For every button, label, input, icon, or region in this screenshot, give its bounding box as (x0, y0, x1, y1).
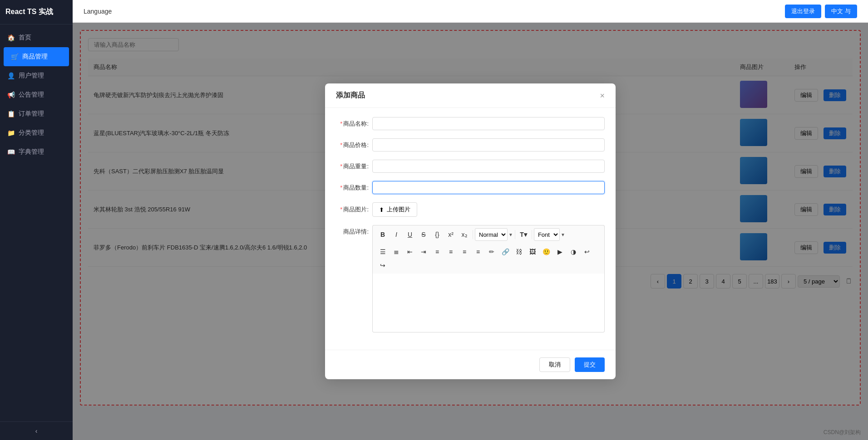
qty-label: *商品数量: (336, 184, 372, 192)
modal-overlay: 添加商品 × *商品名称: *商品价格: (73, 23, 868, 440)
form-item-name: *商品名称: (336, 117, 605, 130)
pen-button[interactable]: ✏ (485, 245, 498, 258)
user-icon: 👤 (7, 72, 15, 79)
highlight-button[interactable]: ◑ (567, 245, 580, 258)
font-dropdown-arrow: ▼ (561, 232, 565, 237)
header: Language 退出登录 中文 与 (73, 0, 868, 23)
price-label: *商品价格: (336, 141, 372, 149)
sidebar-item-label: 分类管理 (19, 129, 44, 137)
detail-label: 商品详情: (336, 225, 372, 236)
modal-header: 添加商品 × (325, 83, 616, 108)
sidebar-nav: 🏠 首页 🛒 商品管理 👤 用户管理 📢 公告管理 📋 订单管理 📁 分类管理 … (0, 24, 73, 421)
dict-icon: 📖 (7, 148, 15, 156)
editor-content-area[interactable] (372, 274, 605, 332)
emoji-button[interactable]: 🙂 (540, 245, 552, 258)
toolbar-divider2 (515, 230, 515, 239)
header-title: Language (84, 8, 112, 15)
form-item-detail: 商品详情: B I U S {} x² x₂ (336, 225, 605, 332)
italic-button[interactable]: I (390, 228, 403, 241)
weight-input[interactable] (372, 160, 605, 173)
link-button[interactable]: 🔗 (499, 245, 512, 258)
sidebar-item-label: 商品管理 (22, 53, 48, 61)
editor-toolbar-row2: ☰ ≣ ⇤ ⇥ ≡ ≡ ≡ ≡ ✏ 🔗 ⛓ � (372, 244, 605, 274)
code-button[interactable]: {} (431, 228, 444, 241)
bold-button[interactable]: B (376, 228, 389, 241)
qty-input[interactable] (372, 181, 605, 194)
modal-footer: 取消 提交 (325, 350, 616, 379)
sidebar-item-label: 用户管理 (19, 72, 44, 80)
submit-button[interactable]: 提交 (575, 357, 605, 372)
upload-icon: ⬆ (379, 206, 384, 213)
underline-button[interactable]: U (404, 228, 416, 241)
indent-increase-button[interactable]: ⇥ (417, 245, 430, 258)
sidebar: React TS 实战 🏠 首页 🛒 商品管理 👤 用户管理 📢 公告管理 📋 … (0, 0, 73, 440)
sidebar-collapse-btn[interactable]: ‹ (0, 421, 73, 440)
form-item-img: *商品图片: ⬆ 上传图片 (336, 202, 605, 217)
rich-editor: B I U S {} x² x₂ Normal (372, 225, 605, 332)
logout-button[interactable]: 退出登录 (785, 5, 821, 18)
text-color-button[interactable]: T▾ (517, 228, 530, 241)
collapse-icon: ‹ (35, 427, 38, 435)
undo-button[interactable]: ↩ (581, 245, 593, 258)
main-area: Language 退出登录 中文 与 商品名称 商品图片 操作 (73, 0, 868, 440)
category-icon: 📁 (7, 129, 15, 137)
image-button[interactable]: 🖼 (526, 245, 539, 258)
align-left-button[interactable]: ≡ (431, 245, 444, 258)
img-label: *商品图片: (336, 205, 372, 214)
list-ordered-button[interactable]: ≣ (390, 245, 403, 258)
editor-toolbar-row1: B I U S {} x² x₂ Normal (372, 225, 605, 244)
form-item-weight: *商品重量: (336, 160, 605, 173)
upload-label: 上传图片 (387, 205, 410, 214)
sidebar-item-user[interactable]: 👤 用户管理 (0, 66, 73, 85)
modal-title: 添加商品 (336, 91, 365, 100)
subscript-button[interactable]: x₂ (458, 228, 471, 241)
font-select[interactable]: Font (534, 228, 560, 241)
unlink-button[interactable]: ⛓ (513, 245, 525, 258)
sidebar-item-notice[interactable]: 📢 公告管理 (0, 85, 73, 104)
media-button[interactable]: ▶ (553, 245, 566, 258)
toolbar-divider3 (532, 230, 532, 239)
language-button[interactable]: 中文 与 (825, 5, 857, 18)
required-mark: * (340, 206, 342, 213)
required-mark: * (340, 142, 342, 148)
indent-decrease-button[interactable]: ⇤ (404, 245, 416, 258)
sidebar-item-category[interactable]: 📁 分类管理 (0, 123, 73, 142)
align-justify-button[interactable]: ≡ (472, 245, 484, 258)
form-item-qty: *商品数量: (336, 181, 605, 194)
sidebar-item-home[interactable]: 🏠 首页 (0, 28, 73, 47)
sidebar-item-label: 首页 (19, 34, 31, 42)
required-mark: * (340, 184, 342, 191)
order-icon: 📋 (7, 110, 15, 117)
sidebar-item-label: 公告管理 (19, 91, 44, 99)
home-icon: 🏠 (7, 34, 15, 41)
name-label: *商品名称: (336, 120, 372, 128)
list-unordered-button[interactable]: ☰ (376, 245, 389, 258)
modal-body: *商品名称: *商品价格: *商品重量: (325, 108, 616, 350)
weight-label: *商品重量: (336, 162, 372, 171)
price-input[interactable] (372, 138, 605, 152)
normal-select[interactable]: Normal (475, 228, 508, 241)
dropdown-arrow: ▼ (508, 232, 513, 237)
add-product-modal: 添加商品 × *商品名称: *商品价格: (325, 83, 616, 379)
redo-button[interactable]: ↪ (376, 259, 389, 272)
strikethrough-button[interactable]: S (417, 228, 430, 241)
sidebar-item-product[interactable]: 🛒 商品管理 (4, 47, 69, 66)
toolbar-divider (473, 230, 473, 239)
content-area: 商品名称 商品图片 操作 龟牌硬壳镀新汽车防护划痕去污上光抛光养护漆固 编辑 删… (73, 23, 868, 440)
cancel-button[interactable]: 取消 (539, 357, 570, 372)
name-input[interactable] (372, 117, 605, 130)
superscript-button[interactable]: x² (444, 228, 457, 241)
notice-icon: 📢 (7, 91, 15, 98)
sidebar-item-dict[interactable]: 📖 字典管理 (0, 142, 73, 161)
product-icon: 🛒 (11, 53, 19, 60)
required-mark: * (340, 120, 342, 127)
sidebar-item-label: 字典管理 (19, 148, 44, 156)
sidebar-item-order[interactable]: 📋 订单管理 (0, 104, 73, 123)
align-center-button[interactable]: ≡ (444, 245, 457, 258)
sidebar-item-label: 订单管理 (19, 110, 44, 118)
header-actions: 退出登录 中文 与 (785, 5, 857, 18)
sidebar-logo: React TS 实战 (0, 0, 73, 24)
upload-image-button[interactable]: ⬆ 上传图片 (372, 202, 417, 217)
modal-close-button[interactable]: × (600, 92, 605, 100)
align-right-button[interactable]: ≡ (458, 245, 471, 258)
